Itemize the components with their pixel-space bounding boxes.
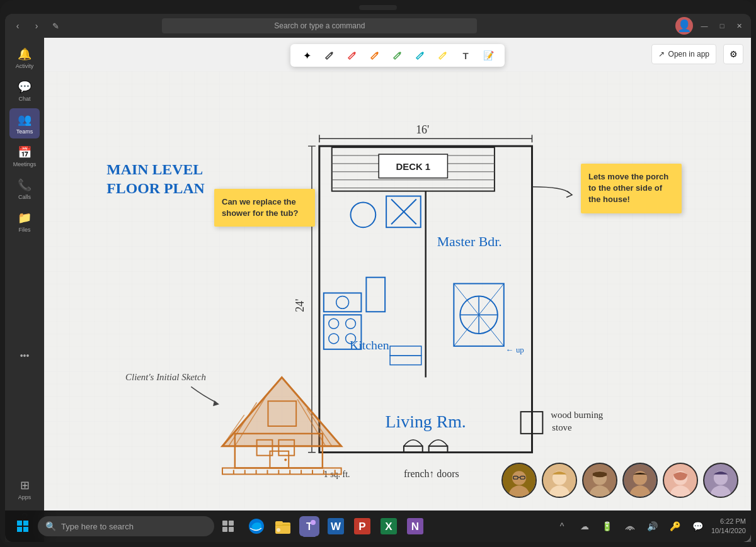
taskbar-teams[interactable]: T xyxy=(297,514,321,538)
sticky-note-2[interactable]: Lets move the porch to the other side of… xyxy=(581,164,682,213)
participant-face-1 xyxy=(503,464,536,497)
participant-avatar-4[interactable] xyxy=(622,463,658,498)
svg-text:W: W xyxy=(331,521,341,533)
taskbar-onenote[interactable]: N xyxy=(403,514,427,538)
windows-logo xyxy=(17,521,28,532)
minimize-button[interactable]: — xyxy=(698,20,711,32)
taskbar-excel[interactable]: X xyxy=(377,514,401,538)
sidebar-item-apps[interactable]: ⊞ Apps xyxy=(9,474,40,504)
pen-teal-tool[interactable] xyxy=(411,47,429,64)
network-icon[interactable] xyxy=(621,517,639,536)
taskbar: 🔍 Type here to search xyxy=(5,510,751,542)
calls-label: Calls xyxy=(18,194,31,200)
chat-label: Chat xyxy=(18,96,30,102)
participants-bar xyxy=(501,463,738,498)
sidebar: 🔔 Activity 💬 Chat 👥 Teams 📅 Meetings 📞 xyxy=(5,38,44,542)
sidebar-item-calls[interactable]: 📞 Calls xyxy=(9,174,40,204)
taskview-button[interactable] xyxy=(217,515,239,538)
search-icon: 🔍 xyxy=(45,521,56,531)
svg-rect-107 xyxy=(275,521,283,525)
svg-text:X: X xyxy=(385,521,392,533)
volume-icon[interactable]: 🔊 xyxy=(643,517,662,536)
open-in-app-label: Open in app xyxy=(668,50,709,59)
svg-rect-101 xyxy=(222,521,227,526)
maximize-button[interactable]: □ xyxy=(716,20,728,32)
svg-rect-103 xyxy=(222,527,227,532)
svg-text:DECK 1: DECK 1 xyxy=(396,162,431,172)
pen-green-tool[interactable] xyxy=(389,47,406,64)
sidebar-item-meetings[interactable]: 📅 Meetings xyxy=(9,141,40,171)
participant-face-5 xyxy=(664,464,697,497)
sidebar-item-files[interactable]: 📁 Files xyxy=(9,206,40,237)
sticky-note-2-text: Lets move the porch to the other side of… xyxy=(588,172,668,204)
calls-icon: 📞 xyxy=(18,178,32,192)
pen-red-tool[interactable] xyxy=(343,47,361,64)
svg-rect-104 xyxy=(229,527,234,532)
sidebar-item-more[interactable]: ••• xyxy=(9,341,40,371)
clock: 6:22 PM 10/14/2020 xyxy=(711,517,746,536)
apps-icon: ⊞ xyxy=(20,478,30,492)
apps-label: Apps xyxy=(18,494,32,500)
svg-text:Client's Initial Sketch: Client's Initial Sketch xyxy=(125,372,206,382)
pen-blue-tool[interactable] xyxy=(434,47,452,64)
close-button[interactable]: ✕ xyxy=(733,20,746,32)
taskbar-explorer[interactable] xyxy=(271,514,295,538)
cloud-icon[interactable]: ☁ xyxy=(575,517,594,536)
taskbar-powerpoint[interactable]: P xyxy=(350,514,374,538)
activity-label: Activity xyxy=(16,63,34,69)
open-in-app-icon: ↗ xyxy=(658,50,665,59)
svg-text:MAIN LEVEL: MAIN LEVEL xyxy=(106,161,203,178)
svg-text:16': 16' xyxy=(416,123,429,136)
edit-icon-button[interactable]: ✎ xyxy=(48,18,63,33)
main-area: 🔔 Activity 💬 Chat 👥 Teams 📅 Meetings 📞 xyxy=(5,38,751,542)
whiteboard-toolbar: ✦ xyxy=(290,44,505,67)
select-tool[interactable]: ✦ xyxy=(298,47,316,64)
sticky-note-1-text: Can we replace the shower for the tub? xyxy=(222,197,298,218)
svg-text:french↑ doors: french↑ doors xyxy=(404,468,459,479)
settings-icon: ⚙ xyxy=(730,49,738,59)
svg-point-81 xyxy=(512,471,526,485)
taskbar-word[interactable]: W xyxy=(324,514,348,538)
taskbar-search[interactable]: 🔍 Type here to search xyxy=(38,516,214,536)
notification-icon[interactable]: 💬 xyxy=(689,517,707,536)
tablet-frame: ‹ › ✎ Search or type a command 👤 — □ ✕ xyxy=(0,0,756,547)
app-container: ‹ › ✎ Search or type a command 👤 — □ ✕ xyxy=(5,14,751,542)
participant-face-6 xyxy=(704,464,737,497)
whiteboard-container[interactable]: ✦ xyxy=(44,38,751,542)
search-placeholder: Search or type a command xyxy=(274,21,365,30)
teams-icon: 👥 xyxy=(18,113,32,127)
start-button[interactable] xyxy=(10,514,35,539)
clock-date: 10/14/2020 xyxy=(711,526,746,536)
files-label: Files xyxy=(18,227,30,233)
sidebar-item-teams[interactable]: 👥 Teams xyxy=(9,108,40,138)
title-bar-left: ‹ › ✎ xyxy=(10,18,63,33)
battery-icon[interactable]: 🔋 xyxy=(598,517,617,536)
user-avatar[interactable]: 👤 xyxy=(675,17,693,35)
search-text: Type here to search xyxy=(61,522,134,531)
pen-coral-tool[interactable] xyxy=(366,47,384,64)
sidebar-item-chat[interactable]: 💬 Chat xyxy=(9,76,40,106)
files-icon: 📁 xyxy=(18,211,32,225)
nav-forward-button[interactable]: › xyxy=(29,18,44,33)
security-icon[interactable]: 🔑 xyxy=(666,517,685,536)
pen-dark-tool[interactable] xyxy=(321,47,338,64)
text-tool[interactable]: T xyxy=(457,47,474,64)
taskbar-edge[interactable] xyxy=(244,514,268,538)
nav-back-button[interactable]: ‹ xyxy=(10,18,25,33)
sidebar-item-activity[interactable]: 🔔 Activity xyxy=(9,43,40,73)
participant-avatar-2[interactable] xyxy=(542,463,577,498)
participant-avatar-3[interactable] xyxy=(582,463,617,498)
meetings-label: Meetings xyxy=(13,161,37,167)
search-bar[interactable]: Search or type a command xyxy=(162,18,477,33)
clock-time: 6:22 PM xyxy=(711,517,746,526)
open-in-app-button[interactable]: ↗ Open in app xyxy=(651,44,716,64)
participant-face-4 xyxy=(624,464,656,497)
settings-button[interactable]: ⚙ xyxy=(723,44,743,64)
participant-avatar-1[interactable] xyxy=(501,463,537,498)
svg-text:Living Rm.: Living Rm. xyxy=(386,412,466,431)
participant-avatar-6[interactable] xyxy=(703,463,738,498)
chevron-up-icon[interactable]: ^ xyxy=(553,517,571,536)
participant-avatar-5[interactable] xyxy=(663,463,698,498)
sticky-note-tool[interactable]: 📝 xyxy=(479,47,497,64)
sticky-note-1[interactable]: Can we replace the shower for the tub? xyxy=(214,189,315,227)
